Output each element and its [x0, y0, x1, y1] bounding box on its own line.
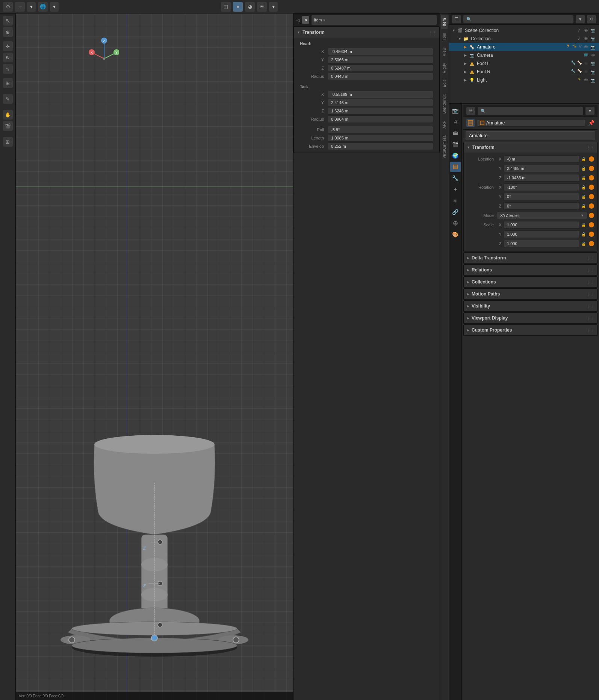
location-x-lock[interactable]: 🔓: [580, 157, 587, 161]
scale-x-lock[interactable]: 🔓: [580, 223, 587, 227]
tail-radius-value[interactable]: 0.0964 m: [328, 115, 433, 123]
armature-eye[interactable]: 👁: [583, 44, 589, 50]
collection-eye[interactable]: 👁: [583, 36, 589, 42]
rotation-y-dot[interactable]: [589, 194, 594, 199]
scale-z-value[interactable]: 1.000: [504, 240, 580, 247]
mode-dot[interactable]: [589, 213, 594, 218]
outliner-menu-icon[interactable]: ☰: [452, 15, 461, 23]
head-x-value[interactable]: -0.45634 m: [328, 48, 433, 55]
envelop-value[interactable]: 0.252 m: [328, 142, 433, 150]
collections-header[interactable]: ▶ Collections ⋮⋮: [464, 277, 597, 287]
bone-panel-close[interactable]: ✕: [302, 16, 309, 24]
bone-panel-options[interactable]: Item ▾: [312, 15, 437, 25]
mode-dropdown[interactable]: ▼: [27, 2, 36, 12]
tab-item[interactable]: Item: [441, 15, 448, 29]
light-sun-icon[interactable]: ☀: [578, 77, 581, 83]
prop-object-icon[interactable]: [450, 162, 461, 172]
tab-edit[interactable]: Edit: [441, 77, 448, 90]
tail-y-value[interactable]: 2.4146 m: [328, 99, 433, 106]
hand-tool[interactable]: ✋: [3, 110, 13, 120]
head-z-value[interactable]: 0.62487 m: [328, 64, 433, 72]
scale-y-dot[interactable]: [589, 232, 594, 237]
tab-blenderkit[interactable]: BlenderKit: [441, 91, 448, 117]
tab-virtucamera[interactable]: VirtuCamera: [441, 132, 448, 161]
footl-eye[interactable]: 👁: [583, 61, 589, 67]
footr-cam[interactable]: 📷: [590, 69, 596, 75]
props-menu-icon[interactable]: ☰: [466, 107, 475, 115]
outliner-search[interactable]: [463, 15, 573, 23]
prop-physics-icon[interactable]: ⚛: [450, 195, 461, 206]
footr-eye[interactable]: 👁: [583, 69, 589, 75]
shading-dropdown[interactable]: ▼: [269, 2, 278, 12]
scale-y-value[interactable]: 1.000: [504, 230, 580, 238]
bone-panel-toggle[interactable]: ◁: [296, 18, 300, 23]
rotation-z-lock[interactable]: 🔓: [580, 204, 587, 208]
outliner-foot-r[interactable]: ▶ Foot R 🔧 🦴 👁 📷: [449, 68, 599, 76]
location-y-dot[interactable]: [589, 166, 594, 171]
prop-render-icon[interactable]: 📷: [450, 105, 461, 116]
outliner-options-icon[interactable]: ⊙: [587, 15, 596, 23]
location-z-value[interactable]: -1.0433 m: [504, 174, 580, 182]
transform-header[interactable]: ▼ Transform ⋮⋮: [294, 27, 439, 38]
tab-rigify[interactable]: Rigify: [441, 60, 448, 76]
prop-constraints-icon[interactable]: 🔗: [450, 207, 461, 217]
object-name-field[interactable]: Armature: [466, 131, 595, 140]
scale-y-lock[interactable]: 🔓: [580, 232, 587, 236]
footl-bone[interactable]: 🦴: [577, 61, 582, 67]
viewport-menu-icon[interactable]: ⊙: [3, 2, 13, 12]
roll-value[interactable]: -5.9°: [328, 126, 433, 133]
tab-view[interactable]: View: [441, 44, 448, 59]
global-dropdown[interactable]: ▼: [50, 2, 59, 12]
outliner-foot-l[interactable]: ▶ Foot L 🔧 🦴 👁 📷: [449, 59, 599, 68]
footl-cam[interactable]: 📷: [590, 61, 596, 67]
scale-z-dot[interactable]: [589, 241, 594, 246]
location-x-dot[interactable]: [589, 156, 594, 162]
visibility-header[interactable]: ▶ Visibility ⋮⋮: [464, 301, 597, 311]
annotate-tool[interactable]: ✎: [3, 94, 13, 104]
length-value[interactable]: 1.0085 m: [328, 134, 433, 142]
location-y-value[interactable]: 2.4485 m: [504, 165, 580, 172]
prop-scene-icon[interactable]: 🎬: [450, 139, 461, 150]
camera-eye[interactable]: 👁: [590, 52, 596, 58]
scale-x-value[interactable]: 1.000: [504, 221, 580, 229]
move-icon[interactable]: ↔: [15, 2, 25, 12]
props-search-input[interactable]: [478, 107, 583, 115]
tail-z-value[interactable]: 1.6246 m: [328, 107, 433, 115]
footr-wrench[interactable]: 🔧: [571, 69, 575, 75]
armature-run-icon[interactable]: 🏃: [566, 44, 570, 50]
rotation-x-lock[interactable]: 🔓: [580, 185, 587, 189]
grid-tool[interactable]: ⊞: [3, 137, 13, 147]
props-options-icon[interactable]: ▼: [585, 107, 594, 115]
outliner-light[interactable]: ▶ 💡 Light ☀ 👁 📷: [449, 76, 599, 84]
global-icon[interactable]: 🌐: [38, 2, 48, 12]
prop-particles-icon[interactable]: ✦: [450, 184, 461, 195]
select-tool[interactable]: ↖: [3, 16, 13, 26]
prop-output-icon[interactable]: 🖨: [450, 117, 461, 127]
rotation-x-value[interactable]: -180°: [504, 183, 580, 191]
rotation-mode-dropdown[interactable]: XYZ Euler ▼: [497, 212, 587, 219]
head-radius-value[interactable]: 0.0443 m: [328, 73, 433, 80]
motion-paths-header[interactable]: ▶ Motion Paths ⋮⋮: [464, 289, 597, 299]
armature-triangle-icon[interactable]: ▽: [579, 44, 582, 50]
move-tool[interactable]: ✛: [3, 41, 13, 51]
outliner-filter-icon[interactable]: ▼: [576, 15, 585, 23]
rotate-tool[interactable]: ↻: [3, 53, 13, 62]
prop-material-icon[interactable]: 🎨: [450, 229, 461, 240]
armature-cam[interactable]: 📷: [590, 44, 596, 50]
delta-transform-header[interactable]: ▶ Delta Transform ⋮⋮: [464, 253, 597, 263]
transform-tool[interactable]: ⊞: [3, 78, 13, 88]
outliner-scene-collection[interactable]: ▼ 🎬 Scene Collection ✓ 👁 📷: [449, 26, 599, 35]
shading-rendered[interactable]: ☀: [257, 2, 267, 12]
location-z-dot[interactable]: [589, 175, 594, 180]
location-z-lock[interactable]: 🔓: [580, 176, 587, 180]
pin-icon[interactable]: 📌: [588, 120, 594, 126]
shading-solid[interactable]: ●: [233, 2, 243, 12]
custom-properties-header[interactable]: ▶ Custom Properties ⋮⋮: [464, 325, 597, 335]
rotation-y-value[interactable]: 0°: [504, 193, 580, 200]
prop-world-icon[interactable]: 🌍: [450, 150, 461, 161]
camera-tool[interactable]: 🎬: [3, 121, 13, 131]
rotation-z-dot[interactable]: [589, 203, 594, 209]
transform-props-header[interactable]: ▼ Transform ⋮⋮: [464, 142, 597, 153]
footl-wrench[interactable]: 🔧: [571, 61, 575, 67]
scene-collection-cam[interactable]: 📷: [590, 27, 596, 33]
